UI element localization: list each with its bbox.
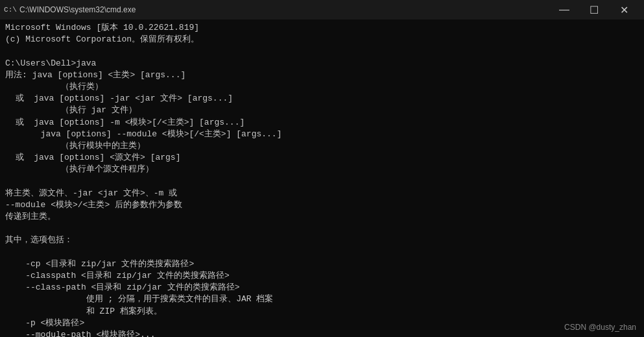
console-line: 或 java [options] -m <模块>[/<主类>] [args...… [5,117,639,129]
console-line: -cp <目录和 zip/jar 文件的类搜索路径> [5,258,639,270]
cmd-icon: C:\ [5,5,16,15]
console-line: 其中，选项包括： [5,234,639,246]
console-line: -classpath <目录和 zip/jar 文件的类搜索路径> [5,270,639,282]
cmd-window: C:\ C:\WINDOWS\system32\cmd.exe — ☐ ✕ Mi… [0,0,644,337]
console-line: 将主类、源文件、-jar <jar 文件>、-m 或 [5,188,639,199]
console-line: （执行单个源文件程序） [5,164,639,175]
console-line [5,175,639,187]
console-line: --module-path <模块路径>... [5,329,639,337]
minimize-button[interactable]: — [549,0,579,19]
console-line: C:\Users\Dell>java [5,58,639,69]
console-line: --class-path <目录和 zip/jar 文件的类搜索路径> [5,282,639,293]
console-line: --module <模块>/<主类> 后的参数作为参数 [5,199,639,211]
window-controls: — ☐ ✕ [549,0,639,19]
console-output: Microsoft Windows [版本 10.0.22621.819](c)… [0,19,644,337]
close-button[interactable]: ✕ [609,0,639,19]
title-bar-left: C:\ C:\WINDOWS\system32\cmd.exe [5,5,136,15]
console-line: Microsoft Windows [版本 10.0.22621.819] [5,22,639,34]
console-line: 和 ZIP 档案列表。 [5,306,639,318]
console-line: 用法: java [options] <主类> [args...] [5,69,639,81]
maximize-button[interactable]: ☐ [579,0,609,19]
watermark: CSDN @dusty_zhan [564,323,636,332]
window-title: C:\WINDOWS\system32\cmd.exe [19,5,136,14]
console-line: （执行模块中的主类） [5,140,639,152]
console-line: （执行类） [5,81,639,93]
console-line: 使用 ; 分隔，用于搜索类文件的目录、JAR 档案 [5,293,639,305]
console-line [5,247,639,258]
console-line: -p <模块路径> [5,318,639,329]
console-line: 或 java [options] <源文件> [args] [5,152,639,164]
console-line [5,45,639,57]
console-line: 或 java [options] -jar <jar 文件> [args...] [5,93,639,105]
console-line: （执行 jar 文件） [5,105,639,116]
title-bar: C:\ C:\WINDOWS\system32\cmd.exe — ☐ ✕ [0,0,644,19]
console-line: 传递到主类。 [5,211,639,223]
console-line: java [options] --module <模块>[/<主类>] [arg… [5,129,639,140]
console-line: (c) Microsoft Corporation。保留所有权利。 [5,34,639,45]
console-line [5,223,639,234]
